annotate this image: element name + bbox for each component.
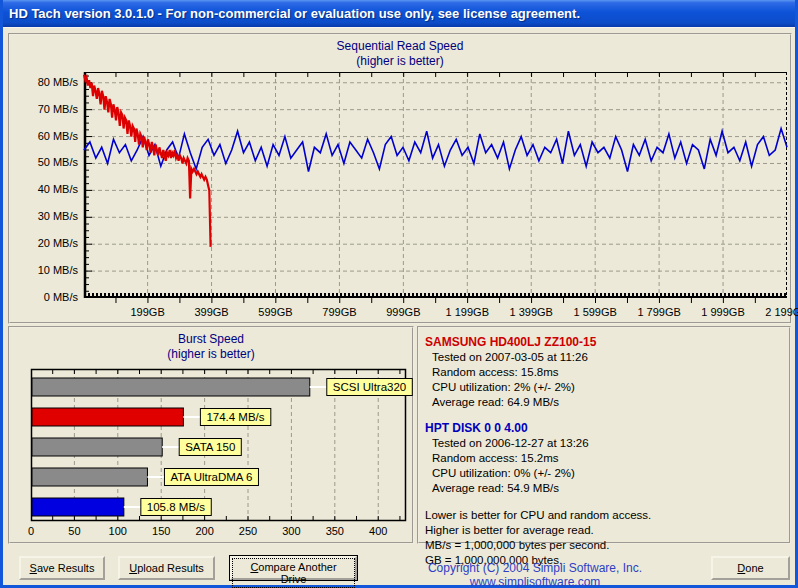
drive-2-random-access: Random access: 15.2ms [425,451,783,466]
burst-axis-tick-label: 350 [315,525,355,537]
burst-axis-tick-label: 400 [358,525,398,537]
y-axis-tick-label: 50 MB/s [16,156,78,168]
note-line: MB/s = 1,000,000 bytes per second. [425,538,783,553]
burst-axis-tick-label: 100 [98,525,138,537]
x-axis-tick-label: 1 799GB [627,306,691,318]
x-axis-tick-label: 199GB [116,306,180,318]
x-axis-tick-label: 1 999GB [691,306,755,318]
drive-2-average-read: Average read: 54.9 MB/s [425,481,783,496]
copyright-text: Copyright (C) 2004 Simpli Software, Inc.… [365,561,705,588]
x-axis-tick-label: 399GB [180,306,244,318]
y-axis-tick-label: 10 MB/s [16,264,78,276]
sequential-read-panel: Sequential Read Speed (higher is better)… [8,33,792,324]
y-axis-tick-label: 40 MB/s [16,183,78,195]
x-axis-tick-label: 1 599GB [563,306,627,318]
compare-another-drive-button[interactable]: Compare Another Drive [230,556,357,580]
drive-result-2: HPT DISK 0 0 4.00 Tested on 2006-12-27 a… [425,421,783,496]
burst-axis-tick-label: 0 [11,525,51,537]
drive-2-tested: Tested on 2006-12-27 at 13:26 [425,436,783,451]
svg-text:174.4 MB/s: 174.4 MB/s [206,411,264,423]
burst-chart-subtitle: (higher is better) [10,347,412,362]
drive-1-random-access: Random access: 15.8ms [425,365,783,380]
burst-axis-tick-label: 300 [271,525,311,537]
burst-axis-tick-label: 250 [228,525,268,537]
x-axis-tick-label: 999GB [371,306,435,318]
app-window: HD Tach version 3.0.1.0 - For non-commer… [0,0,798,588]
drive-1-name: SAMSUNG HD400LJ ZZ100-15 [425,335,783,350]
burst-axis-tick-label: 150 [141,525,181,537]
drive-1-cpu: CPU utilization: 2% (+/- 2%) [425,380,783,395]
svg-text:ATA UltraDMA 6: ATA UltraDMA 6 [170,471,252,483]
results-panel: SAMSUNG HD400LJ ZZ100-15 Tested on 2007-… [417,326,791,544]
done-button[interactable]: Done [711,556,790,580]
burst-axis-tick-label: 50 [54,525,94,537]
sequential-chart-subtitle: (higher is better) [10,54,790,69]
y-axis-tick-label: 0 MB/s [16,291,78,303]
x-axis-tick-label: 2 199GB [755,306,798,318]
note-line: Lower is better for CPU and random acces… [425,508,783,523]
burst-chart-title: Burst Speed [10,332,412,347]
burst-speed-chart: SCSI Ultra320174.4 MB/sSATA 150ATA Ultra… [31,369,406,521]
svg-text:SATA 150: SATA 150 [185,441,235,453]
y-axis-tick-label: 80 MB/s [16,76,78,88]
note-line: Higher is better for average read. [425,523,783,538]
x-axis-tick-label: 1 399GB [499,306,563,318]
x-axis-tick-label: 799GB [307,306,371,318]
burst-speed-panel: Burst Speed (higher is better) SCSI Ultr… [8,326,414,544]
sequential-chart-title: Sequential Read Speed [10,39,790,54]
svg-text:105.8 MB/s: 105.8 MB/s [147,501,205,513]
y-axis-tick-label: 20 MB/s [16,237,78,249]
drive-1-tested: Tested on 2007-03-05 at 11:26 [425,350,783,365]
sequential-read-chart [84,72,787,298]
upload-results-button[interactable]: Upload Results [118,556,215,580]
drive-1-average-read: Average read: 64.9 MB/s [425,395,783,410]
drive-2-cpu: CPU utilization: 0% (+/- 2%) [425,466,783,481]
y-axis-tick-label: 30 MB/s [16,210,78,222]
burst-axis-tick-label: 200 [185,525,225,537]
y-axis-tick-label: 70 MB/s [16,103,78,115]
main-content: Sequential Read Speed (higher is better)… [3,27,795,585]
window-title: HD Tach version 3.0.1.0 - For non-commer… [9,6,580,21]
drive-result-1: SAMSUNG HD400LJ ZZ100-15 Tested on 2007-… [425,335,783,410]
save-results-button[interactable]: Save Results [19,556,105,580]
x-axis-tick-label: 599GB [243,306,307,318]
drive-2-name: HPT DISK 0 0 4.00 [425,421,783,436]
svg-text:SCSI Ultra320: SCSI Ultra320 [333,381,407,393]
y-axis-tick-label: 60 MB/s [16,130,78,142]
x-axis-tick-label: 1 199GB [435,306,499,318]
title-bar[interactable]: HD Tach version 3.0.1.0 - For non-commer… [3,0,795,27]
